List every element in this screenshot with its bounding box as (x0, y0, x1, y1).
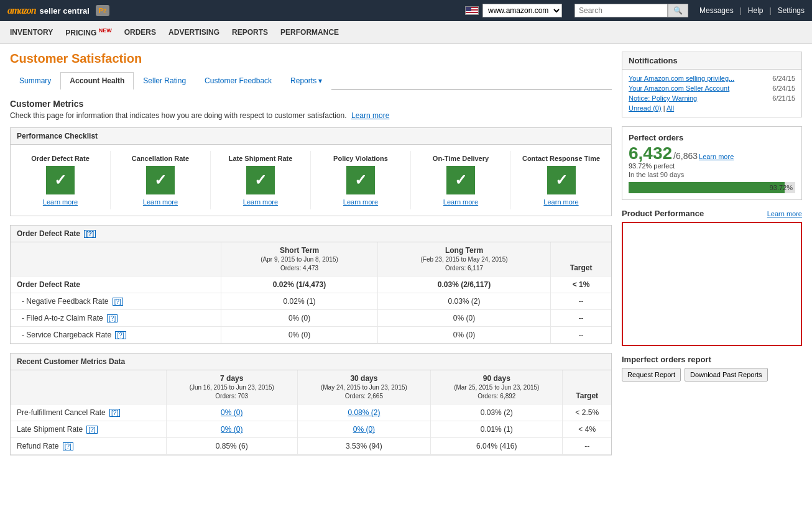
help-badge[interactable]: [?] (86, 426, 97, 434)
sidebar: Notifications Your Amazon.com selling pr… (622, 52, 802, 381)
performance-checklist-box: Performance Checklist Order Defect Rate … (10, 127, 612, 216)
notification-item: Your Amazon.com selling privileg... 6/24… (629, 75, 795, 82)
performance-checklist-header: Performance Checklist (11, 128, 611, 145)
flag-selector: www.amazon.com (465, 4, 562, 17)
nav-advertising[interactable]: ADVERTISING (168, 22, 219, 43)
metric-link[interactable]: 0% (0) (221, 425, 242, 434)
col30-dates: (May 24, 2015 to Jun 23, 2015) (321, 384, 407, 391)
checklist-learn-more-link[interactable]: Learn more (243, 198, 278, 206)
metric-link[interactable]: 0% (0) (221, 408, 242, 417)
green-check-icon: ✓ (146, 166, 175, 194)
progress-bar-fill (629, 182, 785, 193)
checklist-learn-more-link[interactable]: Learn more (443, 198, 478, 206)
col90-dates: (Mar 25, 2015 to Jun 23, 2015) (454, 384, 539, 391)
col30-orders: Orders: 2,665 (345, 393, 383, 400)
section-description: Check this page for information that ind… (10, 111, 612, 120)
checklist-policy-violations: Policy Violations ✓ Learn more (311, 151, 411, 209)
notification-link[interactable]: Notice: Policy Warning (629, 94, 697, 102)
col90-orders: Orders: 6,892 (478, 393, 515, 400)
main-nav: INVENTORY PRICING NEW ORDERS ADVERTISING… (0, 21, 812, 44)
col7-orders: Orders: 703 (215, 393, 248, 400)
messages-link[interactable]: Messages (699, 6, 734, 15)
domain-select[interactable]: www.amazon.com (482, 4, 562, 17)
table-row: - Negative Feedback Rate [?] 0.02% (1) 0… (11, 293, 611, 310)
metric-link[interactable]: 0.08% (2) (348, 408, 380, 417)
perfect-learn-more-link[interactable]: Learn more (699, 153, 734, 160)
checklist-label: Cancellation Rate (132, 155, 189, 162)
recent-metrics-table: 7 days (Jun 16, 2015 to Jun 23, 2015) Or… (11, 370, 611, 455)
amazon-logo: amazon (7, 5, 36, 16)
logo-area: amazon seller central P2 (7, 5, 109, 16)
notifications-box: Notifications Your Amazon.com selling pr… (622, 52, 802, 117)
top-links: Messages | Help | Settings (699, 6, 805, 15)
p2-badge: P2 (96, 5, 109, 16)
perfect-total: /6,863 (673, 151, 698, 161)
long-term-dates: (Feb 23, 2015 to May 24, 2015) (420, 256, 507, 263)
nav-orders[interactable]: ORDERS (124, 22, 156, 43)
order-defect-rate-header: Order Defect Rate [?] (11, 226, 611, 242)
checklist-learn-more-link[interactable]: Learn more (343, 198, 378, 206)
page-content: Customer Satisfaction Summary Account He… (0, 44, 812, 472)
search-button[interactable]: 🔍 (668, 4, 688, 17)
checklist-learn-more-link[interactable]: Learn more (143, 198, 178, 206)
tab-seller-rating[interactable]: Seller Rating (134, 72, 195, 90)
request-report-button[interactable]: Request Report (622, 368, 681, 381)
recent-metrics-header: Recent Customer Metrics Data (11, 354, 611, 370)
top-bar: amazon seller central P2 www.amazon.com … (0, 0, 812, 21)
checklist-learn-more-link[interactable]: Learn more (43, 198, 78, 206)
settings-link[interactable]: Settings (778, 6, 805, 15)
tab-reports[interactable]: Reports ▾ (281, 72, 331, 90)
notification-item: Your Amazon.com Seller Account 6/24/15 (629, 84, 795, 92)
nav-performance[interactable]: PERFORMANCE (280, 22, 339, 43)
help-badge[interactable]: [?] (113, 298, 123, 306)
section-learn-more-link[interactable]: Learn more (351, 111, 389, 120)
checklist-label: On-Time Delivery (433, 155, 489, 162)
green-check-icon: ✓ (547, 166, 576, 194)
download-past-reports-button[interactable]: Download Past Reports (685, 368, 768, 381)
help-badge[interactable]: [?] (63, 442, 73, 450)
nav-pricing[interactable]: PRICING NEW (65, 21, 111, 43)
imperfect-orders-buttons: Request Report Download Past Reports (622, 368, 802, 381)
green-check-icon: ✓ (446, 166, 475, 194)
unread-link[interactable]: Unread (0) (629, 104, 662, 112)
search-input[interactable] (574, 4, 668, 17)
notification-item: Notice: Policy Warning 6/21/15 (629, 94, 795, 102)
table-row: Late Shipment Rate [?] 0% (0) 0% (0) 0.0… (11, 421, 611, 438)
perfect-orders-box: Perfect orders 6,432 /6,863 Learn more 9… (622, 126, 802, 200)
checklist-label: Policy Violations (333, 155, 388, 162)
product-perf-learn-link[interactable]: Learn more (767, 210, 802, 217)
help-badge[interactable]: [?] (109, 409, 120, 417)
nav-reports[interactable]: REPORTS (232, 22, 268, 43)
tab-account-health[interactable]: Account Health (60, 72, 134, 90)
green-check-icon: ✓ (246, 166, 275, 194)
order-defect-table: Short Term (Apr 9, 2015 to Jun 8, 2015) … (11, 242, 611, 344)
tab-customer-feedback[interactable]: Customer Feedback (195, 72, 281, 90)
table-row: - Filed A-to-z Claim Rate [?] 0% (0) 0% … (11, 310, 611, 327)
notifications-content: Your Amazon.com selling privileg... 6/24… (622, 70, 801, 117)
search-bar: 🔍 (574, 4, 688, 17)
recent-metrics-box: Recent Customer Metrics Data 7 days (Jun… (10, 353, 612, 455)
help-link[interactable]: Help (748, 6, 764, 15)
notification-date: 6/24/15 (772, 75, 795, 82)
all-link[interactable]: All (667, 104, 674, 112)
tabs: Summary Account Health Seller Rating Cus… (10, 72, 612, 90)
checklist-on-time-delivery: On-Time Delivery ✓ Learn more (411, 151, 511, 209)
table-row: - Service Chargeback Rate [?] 0% (0) 0% … (11, 327, 611, 344)
main-area: Customer Satisfaction Summary Account He… (10, 52, 612, 464)
order-defect-rate-box: Order Defect Rate [?] Short Term (Apr 9,… (10, 225, 612, 344)
perfect-pct: 93.72% perfect (629, 162, 795, 170)
short-term-orders: Orders: 4,473 (280, 265, 318, 272)
table-row: Refund Rate [?] 0.85% (6) 3.53% (94) 6.0… (11, 438, 611, 455)
product-performance-section: Product Performance Learn more (622, 209, 802, 346)
nav-inventory[interactable]: INVENTORY (10, 22, 53, 43)
help-badge[interactable]: [?] (115, 331, 126, 339)
metric-link[interactable]: 0% (0) (353, 425, 375, 434)
perfect-count: 6,432 (629, 145, 672, 162)
checklist-learn-more-link[interactable]: Learn more (543, 198, 578, 206)
notification-link[interactable]: Your Amazon.com Seller Account (629, 84, 729, 92)
notification-link[interactable]: Your Amazon.com selling privileg... (629, 75, 734, 82)
tab-summary[interactable]: Summary (10, 72, 60, 90)
checklist-label: Contact Response Time (522, 155, 600, 162)
help-badge[interactable]: [?] (84, 230, 96, 238)
help-badge[interactable]: [?] (107, 314, 118, 322)
